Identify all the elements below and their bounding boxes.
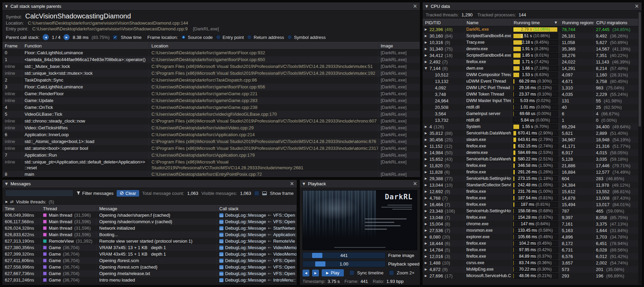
- cpu-row[interactable]: ▶ 23,348 (106) ServiceHub.SettingsHost 1…: [423, 208, 642, 214]
- cpu-row[interactable]: ▶ 31,340 (75) devenv.exe 1.91 s (8.26%) …: [423, 46, 642, 52]
- show-frame-checkbox[interactable]: [254, 191, 259, 196]
- expand-icon[interactable]: ▶: [425, 260, 429, 266]
- expand-icon[interactable]: ▶: [425, 247, 429, 253]
- message-row[interactable]: 627,831,246ns Game (36,704) Intro menu l…: [2, 277, 297, 283]
- close-icon[interactable]: ×: [413, 181, 417, 186]
- frame-location-radio[interactable]: Entry point: [216, 35, 244, 40]
- cpu-row[interactable]: ▶ 12,016 (3) firefox.exe 84.89 ms (0.37%…: [423, 253, 642, 260]
- cpu-row[interactable]: ▶ 14,784 (5) firefox.exe 97.95 ms (0.42%…: [423, 247, 642, 253]
- expand-threads-icon[interactable]: ▶: [5, 200, 8, 203]
- zoom-2x-checkbox[interactable]: [389, 270, 394, 275]
- expand-icon[interactable]: ▶: [425, 234, 429, 240]
- cpu-row[interactable]: ▶ 22,396 (49) DarkRL.exe 2.79 s (12.06%)…: [423, 26, 642, 33]
- expand-icon[interactable]: ▶: [425, 137, 429, 143]
- message-row[interactable]: 626,024,328ns Main thread (31,596) Netwo…: [2, 225, 297, 231]
- callstack-row[interactable]: 3 Floor::CalcLightNoLuminance C:\Users\w…: [2, 84, 420, 90]
- expand-icon[interactable]: ▶: [425, 26, 429, 33]
- message-callstack[interactable]: DebugLog::Message ← VFS::Open: [217, 257, 297, 264]
- cpu-row[interactable]: ▶ 29,388 (77) ServiceHub.SettingsHost 27…: [423, 175, 642, 182]
- expand-icon[interactable]: ▶: [425, 175, 429, 182]
- callstack-row[interactable]: 7 Application::Run C:\Users\wolf\Desktop…: [2, 152, 420, 159]
- message-callstack[interactable]: DebugLog::Message ← StartNetwo: [217, 225, 297, 231]
- next-frame-button[interactable]: ▶: [312, 270, 319, 276]
- cpu-row[interactable]: ▶ 4 (126) System 1.55 s (6.70%) 69,294: [423, 124, 642, 130]
- message-row[interactable]: 606,049,398ns Main thread (31,596) Openi…: [2, 212, 297, 218]
- message-row[interactable]: 627,380,356ns Game (36,704) VRAM 37x45: …: [2, 244, 297, 251]
- collapse-icon[interactable]: ▼: [425, 4, 428, 8]
- collapse-icon[interactable]: ▼: [5, 4, 8, 8]
- callstack-row[interactable]: 6 Application::InnerLoop C:\Users\wolf\D…: [2, 131, 420, 138]
- expand-icon[interactable]: ▶: [425, 201, 429, 208]
- cpu-row[interactable]: 4,092 DWM LPC Port Thread 29.16 ms (0.13…: [423, 85, 642, 91]
- frame-image-slider[interactable]: 441: [303, 252, 385, 259]
- collapse-icon[interactable]: ▼: [5, 182, 8, 186]
- cpu-row[interactable]: ▶ 11,152 (12) firefox.exe 632.15 ms (2.7…: [423, 143, 642, 149]
- expand-icon[interactable]: ▶: [425, 59, 429, 65]
- expand-icon[interactable]: ▶: [425, 130, 429, 137]
- callstack-row[interactable]: 5 VideoGLBase::Tick C:\Users\wolf\Deskto…: [2, 111, 420, 118]
- cpu-row[interactable]: ▶ 1,488 (10) csrss.exe 83.74 ms (0.36%) …: [423, 260, 642, 266]
- callstack-row[interactable]: inline std::unique_lock<std::mutex>::loc…: [2, 70, 420, 77]
- cpu-row[interactable]: ▶ 35,812 (88) ServiceHub.DataWarehou 670…: [423, 130, 642, 137]
- cpu-row[interactable]: 13,732 ntdll.dll 5.84 us (0.00%) 1 0: [423, 117, 642, 124]
- cpu-scrollbar-handle[interactable]: [639, 12, 641, 127]
- cpu-row[interactable]: ▶ 27,536 (7) msvsmon.exe 133.45 ms (0.58…: [423, 227, 642, 234]
- callstack-row[interactable]: inline std::_Atomic_storage<bool,1>::loa…: [2, 138, 420, 145]
- cpu-row[interactable]: ▶ 8,080 (20) explorer.exe 105.66 ms (0.4…: [423, 234, 642, 240]
- cpu-row[interactable]: ▶ 14,984 (50) devenv.exe 584.69 ms (2.53…: [423, 149, 642, 156]
- close-icon[interactable]: ×: [413, 4, 417, 9]
- expand-icon[interactable]: ▶: [425, 46, 429, 52]
- cpu-row[interactable]: ▶ 13,048 (7) firefox.exe 154.28 ms (0.67…: [423, 214, 642, 221]
- close-icon[interactable]: ×: [634, 4, 639, 9]
- callstack-row[interactable]: 0 Floor::CalcLightNoLuminance C:\Users\w…: [2, 49, 420, 56]
- cpu-row[interactable]: ▶ 30,160 (84) ScriptedSandbox64.exe 2.51…: [423, 33, 642, 39]
- prev-callstack-button[interactable]: ◀: [43, 34, 49, 40]
- callstack-row[interactable]: inline std::unique_ptr<Application,std::…: [2, 159, 420, 171]
- message-row[interactable]: 627,399,320ns Game (36,704) VRAM 43x45: …: [2, 251, 297, 257]
- expand-icon[interactable]: ▶: [425, 162, 429, 169]
- expand-icon[interactable]: ▶: [425, 266, 429, 273]
- expand-icon[interactable]: ▼: [425, 65, 429, 72]
- message-row[interactable]: 627,411,606ns Game (36,704) Opening /for…: [2, 257, 297, 264]
- filter-messages-button[interactable]: Filter messages: [76, 191, 114, 196]
- expand-icon[interactable]: ▶: [425, 240, 429, 247]
- callstack-row[interactable]: 8 main C:\Users\wolf\Desktop\darkrl\src\…: [2, 171, 420, 177]
- callstack-row[interactable]: 2 TaskDispatch::Sync C:\Users\wolf\Deskt…: [2, 77, 420, 84]
- message-row[interactable]: 627,558,996ns Game (36,704) Opening /for…: [2, 264, 297, 270]
- expand-icon[interactable]: ▶: [425, 214, 429, 221]
- cpu-row[interactable]: 20,508 ntdll.dll 1.01 ms (0.00%) 40 25: [423, 104, 642, 111]
- cpu-row[interactable]: ▶ 15,004 (8) chrome.exe 147 ms (0.64%) 7…: [423, 221, 642, 227]
- message-callstack[interactable]: DebugLog::Message ← IntroMenu::: [217, 277, 297, 283]
- col-pid-tid[interactable]: PID/TID: [423, 19, 464, 26]
- callstack-row[interactable]: inline std::chrono::steady_clock::now C:…: [2, 118, 420, 125]
- callstack-row[interactable]: inline Game::RenderFloor C:\Users\wolf\D…: [2, 90, 420, 97]
- cpu-row[interactable]: ▼ 7,144 (8) dwm.exe 1.66 s (7.18%) 14,29…: [423, 65, 642, 72]
- col-running-time[interactable]: Running time▼: [511, 19, 560, 26]
- expand-icon[interactable]: ▶: [425, 221, 429, 227]
- cpu-row[interactable]: ▶ 16,464 (7) firefox.exe 187 ms (0.81%) …: [423, 201, 642, 208]
- expand-icon[interactable]: ▶: [425, 124, 429, 130]
- frame-location-radio[interactable]: Source code: [181, 35, 213, 40]
- prev-frame-button[interactable]: ◀: [303, 270, 309, 276]
- callstack-row[interactable]: inline Video::GetTicksHiRes C:\Users\wol…: [2, 125, 420, 131]
- callstack-row[interactable]: inline std::atomic<bool>::operator bool …: [2, 145, 420, 152]
- cpu-row[interactable]: ▶ 4,872 (9) MsMpEng.exe 70.22 ms (0.30%)…: [423, 266, 642, 273]
- expand-icon[interactable]: ▶: [425, 39, 429, 46]
- message-callstack[interactable]: DebugLog::Message ← Application:: [217, 231, 297, 238]
- cpu-row[interactable]: ▶ 12,692 (9) firefox.exe 231.76 ms (1.00…: [423, 188, 642, 195]
- cpu-row[interactable]: ▶ 10,316 (9) Tracy.exe 2.18 s (9.45%) 11…: [423, 39, 642, 46]
- expand-icon[interactable]: ▶: [425, 169, 429, 175]
- message-callstack[interactable]: DebugLog::Message ← VideoMemo: [217, 251, 297, 257]
- cpu-row[interactable]: ▶ 2,492 (7) firefox.exe 1.71 s (7.42%) 2…: [423, 59, 642, 65]
- cpu-row[interactable]: ▶ 30,456 (25) steam.exe 643.61 ms (2.79%…: [423, 137, 642, 143]
- cpu-row[interactable]: 3,748 DWM Token Thread 23.37 ms (0.10%) …: [423, 91, 642, 98]
- playback-speed-slider[interactable]: 1.00: [303, 261, 385, 267]
- close-icon[interactable]: ×: [290, 181, 294, 186]
- frame-location-radio[interactable]: Symbol address: [287, 35, 326, 40]
- message-callstack[interactable]: DebugLog::Message ← VFS::Open: [217, 264, 297, 270]
- expand-icon[interactable]: ▶: [425, 188, 429, 195]
- col-running-regions[interactable]: Running regions: [560, 19, 594, 26]
- message-callstack[interactable]: DebugLog::Message ← VFS::Open: [217, 218, 297, 225]
- message-callstack[interactable]: DebugLog::Message ← RemoteVie: [217, 238, 297, 244]
- callstack-row[interactable]: inline Game::Update C:\Users\wolf\Deskto…: [2, 97, 420, 104]
